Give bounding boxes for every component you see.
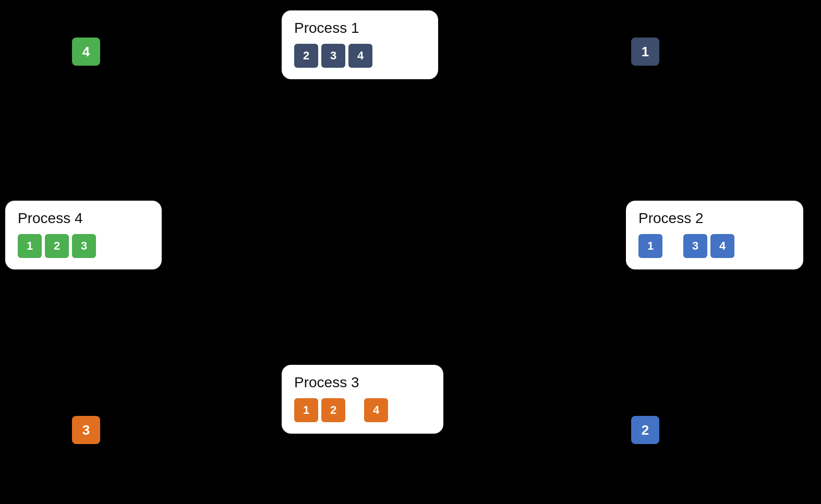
process-3-tokens: 1 2 4 — [294, 398, 431, 422]
process-4-title: Process 4 — [18, 210, 149, 227]
process-1-tokens: 2 3 4 — [294, 44, 426, 68]
process-1-token-2: 2 — [294, 44, 318, 68]
floating-token-green-4: 4 — [72, 38, 100, 66]
process-4-token-1: 1 — [18, 234, 42, 258]
process-2-title: Process 2 — [638, 210, 791, 227]
process-2-token-1: 1 — [638, 234, 662, 258]
process-1-box: Process 1 2 3 4 — [282, 10, 438, 79]
process-3-token-1: 1 — [294, 398, 318, 422]
process-1-token-4: 4 — [348, 44, 372, 68]
process-2-box: Process 2 1 3 4 — [626, 201, 803, 269]
process-4-token-2: 2 — [45, 234, 69, 258]
process-3-token-4: 4 — [364, 398, 388, 422]
process-4-token-3: 3 — [72, 234, 96, 258]
process-1-title: Process 1 — [294, 20, 426, 36]
process-4-tokens: 1 2 3 — [18, 234, 149, 258]
process-2-token-3: 3 — [683, 234, 707, 258]
floating-token-blue-2: 2 — [631, 416, 659, 444]
process-3-title: Process 3 — [294, 374, 431, 391]
process-2-token-4: 4 — [710, 234, 734, 258]
process-2-tokens: 1 3 4 — [638, 234, 791, 258]
process-4-box: Process 4 1 2 3 — [5, 201, 162, 269]
floating-token-orange-3: 3 — [72, 416, 100, 444]
floating-token-darkblue-1: 1 — [631, 38, 659, 66]
process-3-token-2: 2 — [321, 398, 345, 422]
process-3-box: Process 3 1 2 4 — [282, 365, 443, 434]
process-1-token-3: 3 — [321, 44, 345, 68]
